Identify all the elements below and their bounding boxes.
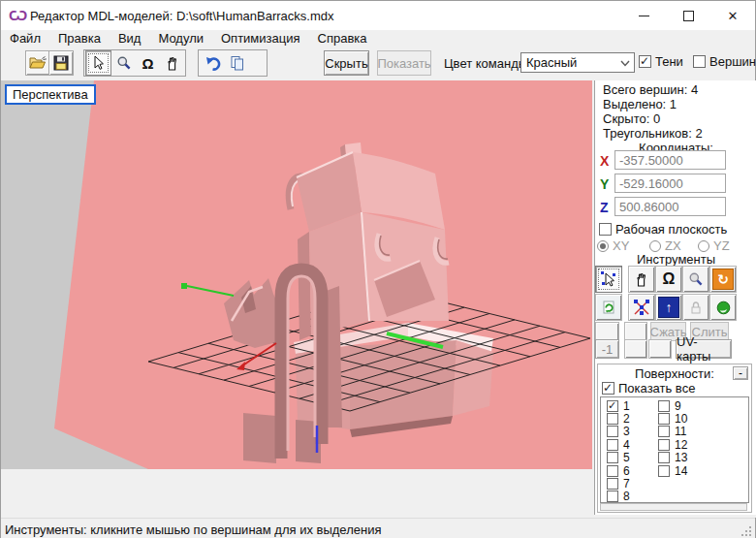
menu-optimization[interactable]: Оптимизация [212, 30, 309, 47]
team-color-combobox[interactable]: Красный [520, 52, 635, 73]
toolbar: Ω Скрыть П [1, 47, 755, 81]
surface-checkbox[interactable] [658, 439, 670, 451]
tool-rotate[interactable]: Ω [655, 266, 682, 293]
surfaces-hscrollbar[interactable] [600, 503, 747, 511]
surface-item[interactable]: 3 [607, 426, 630, 438]
vertices-checkbox-row[interactable]: Вершины [693, 54, 756, 69]
viewport-3d[interactable]: Перспектива [1, 80, 592, 469]
surface-checkbox[interactable] [658, 413, 670, 425]
show-all-checkbox-row[interactable]: Показать все [602, 381, 695, 396]
save-button[interactable] [48, 50, 74, 76]
tool-cycle[interactable]: ↻ [709, 266, 737, 293]
surface-item[interactable]: 2 [607, 412, 630, 425]
plane-yz-radio-row[interactable]: YZ [698, 238, 730, 253]
surface-item[interactable]: 13 [658, 452, 687, 464]
menu-help[interactable]: Справка [309, 30, 376, 47]
edit-tools-group [198, 49, 268, 77]
resize-grip[interactable] [740, 525, 753, 538]
rotate-tool-button[interactable]: Ω [135, 50, 161, 76]
work-plane-checkbox[interactable] [599, 223, 612, 236]
surface-label: 13 [675, 451, 687, 464]
tool-extrude[interactable]: ↑ [655, 294, 682, 321]
minus-one-button[interactable]: -1 [595, 339, 619, 359]
magnifier-icon [116, 55, 132, 71]
surface-checkbox[interactable] [658, 452, 670, 463]
surface-checkbox[interactable] [607, 413, 618, 425]
shadows-checkbox-row[interactable]: Тени [639, 54, 683, 69]
surface-label: 11 [675, 425, 686, 438]
open-button[interactable] [25, 50, 50, 76]
window-controls: ✕ [621, 1, 755, 30]
maximize-button[interactable] [666, 1, 710, 30]
surface-item[interactable]: 14 [658, 464, 687, 477]
vertices-checkbox[interactable] [693, 55, 706, 68]
plane-zx-radio-row[interactable]: ZX [649, 238, 681, 253]
surface-item[interactable]: 1 [607, 399, 630, 412]
surface-checkbox[interactable] [607, 478, 618, 490]
surfaces-collapse-button[interactable]: - [733, 366, 748, 380]
surface-item[interactable]: 4 [607, 438, 630, 451]
shadows-label: Тени [655, 54, 683, 69]
tool-recalc-normals[interactable] [595, 294, 622, 321]
zoom-tool-button[interactable] [110, 50, 137, 76]
plane-xy-label: XY [613, 238, 629, 253]
plane-zx-radio[interactable] [649, 240, 661, 252]
copy-button[interactable] [224, 50, 250, 76]
cycle-icon: ↻ [712, 269, 734, 290]
main-area: Перспектива [1, 80, 756, 518]
surface-checkbox[interactable] [658, 426, 670, 437]
select-tool-button[interactable] [85, 50, 111, 76]
hide-button[interactable]: Скрыть [324, 50, 369, 76]
surface-checkbox[interactable] [607, 465, 618, 477]
minimize-button[interactable] [621, 1, 666, 30]
coordinate-z-input[interactable] [614, 197, 726, 216]
tool-select-vertices[interactable] [595, 266, 622, 293]
surface-item[interactable]: 10 [658, 412, 687, 425]
viewport-canvas[interactable] [1, 80, 592, 469]
save-floppy-icon [53, 55, 69, 71]
menu-view[interactable]: Вид [110, 30, 150, 47]
menu-file[interactable]: Файл [1, 30, 49, 47]
plane-xy-radio-row[interactable]: XY [597, 238, 629, 253]
surface-item[interactable]: 6 [607, 464, 630, 477]
surface-label: 10 [675, 412, 687, 426]
plane-xy-radio[interactable] [597, 240, 609, 252]
axis-green-left-handle[interactable] [181, 283, 187, 289]
work-plane-label: Рабочая плоскость [615, 222, 727, 237]
menu-modules[interactable]: Модули [149, 30, 212, 47]
viewport-mode-button[interactable]: Перспектива [5, 84, 96, 105]
uv-maps-button[interactable]: UV-карты [676, 339, 732, 359]
stat-hidden: Скрыто: 0 [603, 111, 660, 126]
surface-checkbox[interactable] [607, 439, 618, 451]
surface-checkbox[interactable] [607, 452, 618, 463]
coordinate-y-input[interactable] [614, 174, 726, 193]
surface-checkbox[interactable] [607, 491, 618, 502]
surface-checkbox[interactable] [607, 426, 618, 437]
menu-edit[interactable]: Правка [49, 30, 110, 47]
menu-bar: Файл Правка Вид Модули Оптимизация Справ… [1, 30, 755, 47]
copy-icon [230, 55, 245, 71]
surface-checkbox[interactable] [607, 400, 618, 412]
pan-tool-button[interactable] [159, 50, 185, 76]
close-button[interactable]: ✕ [710, 1, 755, 30]
surface-item[interactable]: 8 [607, 491, 630, 503]
surface-item[interactable]: 9 [658, 399, 687, 412]
show-all-checkbox[interactable] [602, 382, 614, 395]
surface-checkbox[interactable] [658, 400, 670, 412]
surface-checkbox[interactable] [658, 465, 670, 477]
pointer-tools-group: Ω [83, 49, 186, 77]
tool-zoom[interactable] [682, 266, 709, 293]
plane-yz-radio[interactable] [698, 240, 709, 252]
coordinate-x-input[interactable] [614, 150, 726, 170]
surface-item[interactable]: 5 [607, 452, 630, 464]
tool-pan[interactable] [628, 266, 655, 293]
undo-button[interactable] [200, 50, 226, 76]
surface-item[interactable]: 7 [607, 477, 630, 490]
work-plane-checkbox-row[interactable]: Рабочая плоскость [599, 222, 727, 237]
surface-item[interactable]: 11 [658, 426, 687, 438]
plane-zx-label: ZX [665, 238, 681, 253]
tool-sphere[interactable] [709, 294, 737, 321]
shadows-checkbox[interactable] [639, 55, 651, 68]
surface-item[interactable]: 12 [658, 438, 687, 451]
tool-scale-vertices[interactable] [628, 294, 655, 321]
